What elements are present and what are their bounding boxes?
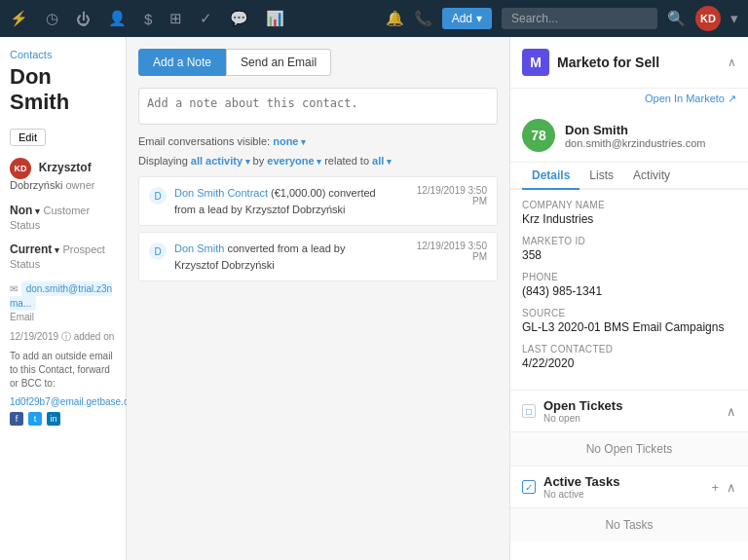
tasks-actions: + ∧ [711, 480, 736, 495]
detail-field: LAST CONTACTED 4/22/2020 [522, 344, 736, 370]
marketo-tab-activity[interactable]: Activity [623, 163, 680, 190]
linkedin-icon[interactable]: in [47, 412, 60, 426]
active-tasks-header[interactable]: ✓ Active Tasks No active + ∧ [510, 467, 748, 507]
add-button[interactable]: Add ▾ [442, 8, 492, 29]
phone-icon[interactable]: 📞 [414, 10, 432, 27]
detail-label: PHONE [522, 272, 736, 282]
clock-icon[interactable]: ◷ [46, 10, 58, 27]
email-badge[interactable]: don.smith@trial.z3nma... [10, 281, 112, 311]
tickets-collapse-icon[interactable]: ∧ [727, 404, 736, 419]
detail-field: SOURCE GL-L3 2020-01 BMS Email Campaigns [522, 308, 736, 334]
collapse-icon[interactable]: ∧ [728, 56, 736, 69]
detail-value: GL-L3 2020-01 BMS Email Campaigns [522, 320, 736, 334]
chat-icon[interactable]: 💬 [230, 10, 248, 27]
visibility-row: Email conversations visible: none [138, 135, 498, 147]
owner-avatar: KD [10, 158, 31, 179]
user-avatar[interactable]: KD [695, 6, 721, 31]
marketo-tab-details[interactable]: Details [522, 163, 580, 190]
tickets-checkbox: □ [522, 404, 536, 418]
detail-field: PHONE (843) 985-1341 [522, 272, 736, 298]
marketo-details-section: COMPANY NAME Krz Industries MARKETO ID 3… [510, 190, 748, 390]
no-tasks: No Tasks [510, 507, 748, 541]
filter-everyone[interactable]: everyone [267, 155, 321, 167]
tasks-add-icon[interactable]: + [711, 480, 719, 495]
prospect-status-section: Current Prospect Status [10, 242, 116, 271]
chart-icon[interactable]: 📊 [266, 10, 284, 27]
date-added-suffix: added on [74, 331, 115, 342]
marketo-tab-lists[interactable]: Lists [580, 163, 623, 190]
marketo-header: M Marketo for Sell ∧ [510, 37, 748, 89]
owner-name: Krzysztof [39, 161, 92, 174]
marketo-contact-name: Don Smith [565, 123, 705, 137]
forward-text: To add an outside email to this Contact,… [10, 350, 116, 391]
nav-right: 🔔 📞 Add ▾ 🔍 KD ▾ [386, 6, 738, 31]
check-icon[interactable]: ✓ [200, 10, 212, 27]
filter-row: Displaying all activity by everyone rela… [138, 155, 498, 167]
activity-timestamp-2: 12/19/2019 3:50PM [399, 241, 487, 262]
customer-status-section: Non Customer Status [10, 203, 116, 232]
date-section: 12/19/2019 ⓘ added on [10, 330, 116, 344]
marketo-contact-email: don.smith@krzindustries.com [565, 137, 705, 149]
date-added: 12/19/2019 [10, 331, 58, 342]
grid-icon[interactable]: ⊞ [169, 10, 182, 27]
detail-value: (843) 985-1341 [522, 284, 736, 298]
section-header-left: □ Open Tickets No open [522, 398, 622, 424]
open-tickets-title: Open Tickets [543, 398, 622, 413]
filter-all[interactable]: all [372, 155, 392, 167]
prospect-status-value[interactable]: Current [10, 243, 59, 256]
lightning-icon[interactable]: ⚡ [10, 10, 28, 27]
breadcrumb[interactable]: Contacts [10, 49, 116, 60]
power-icon[interactable]: ⏻ [76, 11, 91, 27]
right-panel: M Marketo for Sell ∧ Open In Marketo ↗ 7… [509, 37, 748, 560]
activity-item: D Don Smith Contract (€1,000.00) convert… [138, 176, 498, 226]
facebook-icon[interactable]: f [10, 412, 23, 426]
detail-label: SOURCE [522, 308, 736, 318]
tasks-header-left: ✓ Active Tasks No active [522, 474, 620, 500]
activity-link-contract[interactable]: Don Smith Contract [174, 187, 268, 199]
bell-icon[interactable]: 🔔 [386, 10, 404, 27]
main-container: Contacts Don Smith Edit KD Krzysztof Dob… [0, 37, 748, 560]
email-label: Email [10, 312, 116, 322]
open-marketo-link[interactable]: Open In Marketo ↗ [510, 89, 748, 111]
detail-value: Krz Industries [522, 212, 736, 226]
active-tasks-title: Active Tasks [543, 474, 620, 489]
active-tasks-section: ✓ Active Tasks No active + ∧ No Tasks [510, 466, 748, 541]
marketo-logo-icon: M [522, 49, 549, 76]
search-icon[interactable]: 🔍 [667, 10, 686, 27]
detail-value: 4/22/2020 [522, 356, 736, 370]
no-open-tickets: No Open Tickets [510, 431, 748, 466]
left-sidebar: Contacts Don Smith Edit KD Krzysztof Dob… [0, 37, 127, 560]
owner-section: KD Krzysztof Dobrzyński owner [10, 158, 116, 191]
note-input[interactable] [138, 88, 498, 125]
tasks-collapse-icon[interactable]: ∧ [727, 480, 736, 495]
tab-add-note[interactable]: Add a Note [138, 49, 226, 76]
activity-tabs: Add a Note Send an Email [138, 49, 498, 76]
detail-label: LAST CONTACTED [522, 344, 736, 355]
active-tasks-subtitle: No active [543, 489, 620, 500]
dollar-icon[interactable]: $ [144, 11, 152, 27]
detail-label: MARKETO ID [522, 236, 736, 246]
detail-field: COMPANY NAME Krz Industries [522, 200, 736, 226]
open-tickets-section: □ Open Tickets No open ∧ No Open Tickets [510, 390, 748, 466]
nav-chevron-icon[interactable]: ▾ [730, 10, 738, 27]
twitter-icon[interactable]: t [28, 412, 42, 426]
customer-status-value[interactable]: Non [10, 204, 40, 217]
tab-send-email[interactable]: Send an Email [226, 49, 331, 76]
activity-body-2: Don Smith converted from a lead by Krzys… [174, 241, 392, 273]
search-input[interactable] [502, 8, 657, 29]
edit-button[interactable]: Edit [10, 129, 46, 146]
visibility-filter[interactable]: none [273, 135, 306, 147]
open-tickets-subtitle: No open [543, 413, 622, 424]
tasks-info: Active Tasks No active [543, 474, 620, 500]
page-title: Don Smith [10, 64, 116, 115]
top-navigation: ⚡ ◷ ⏻ 👤 $ ⊞ ✓ 💬 📊 🔔 📞 Add ▾ 🔍 KD ▾ [0, 0, 748, 37]
email-section: ✉ don.smith@trial.z3nma... Email [10, 280, 116, 322]
activity-list: D Don Smith Contract (€1,000.00) convert… [138, 176, 498, 281]
marketo-tabs: Details Lists Activity [510, 163, 748, 190]
activity-link-contact[interactable]: Don Smith [174, 243, 224, 254]
open-tickets-header[interactable]: □ Open Tickets No open ∧ [510, 391, 748, 431]
tickets-actions: ∧ [727, 404, 736, 419]
contacts-icon[interactable]: 👤 [108, 10, 127, 27]
forward-email: 1d0f29b7@email.getbase.com [10, 396, 116, 407]
filter-activity[interactable]: all activity [191, 155, 250, 167]
